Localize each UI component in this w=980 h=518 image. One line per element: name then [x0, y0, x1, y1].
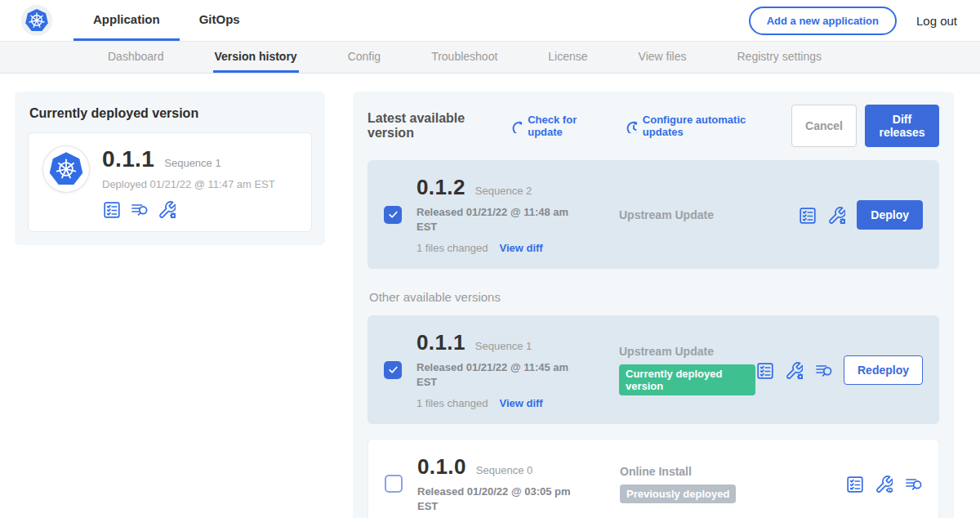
version-source: Online Install Previously deployed	[620, 465, 845, 503]
version-checkbox[interactable]	[384, 361, 402, 379]
logout-link[interactable]: Log out	[916, 14, 957, 28]
deployed-timestamp: Deployed 01/21/22 @ 11:47 am EST	[102, 178, 275, 190]
currently-deployed-badge: Currently deployed version	[619, 364, 755, 395]
tab-license[interactable]: License	[546, 42, 589, 73]
currently-deployed-card: 0.1.1 Sequence 1 Deployed 01/21/22 @ 11:…	[28, 132, 312, 232]
version-info: 0.1.2 Sequence 2 Released 01/21/22 @ 11:…	[416, 175, 578, 254]
source-label: Upstream Update	[619, 345, 755, 358]
deploy-button[interactable]: Deploy	[857, 200, 923, 230]
released-timestamp: Released 01/21/22 @ 11:48 am EST	[416, 205, 572, 234]
config-wrench-gear-icon[interactable]	[158, 200, 176, 218]
version-actions	[845, 475, 922, 493]
files-changed-label: 1 files changed	[416, 397, 488, 409]
app-sub-nav: Dashboard Version history Config Trouble…	[0, 41, 980, 74]
latest-available-title: Latest available version	[368, 111, 497, 141]
previously-deployed-badge: Previously deployed	[620, 485, 736, 503]
config-wrench-gear-icon[interactable]	[785, 361, 803, 379]
clock-refresh-icon	[624, 118, 637, 133]
add-application-button[interactable]: Add a new application	[749, 7, 897, 35]
deployed-version-number: 0.1.1	[102, 146, 154, 172]
app-icon	[43, 146, 89, 192]
view-diff-link[interactable]: View diff	[499, 242, 542, 254]
files-changed-label: 1 files changed	[416, 242, 488, 254]
checklist-icon[interactable]	[845, 475, 863, 493]
checklist-icon[interactable]	[798, 206, 816, 224]
version-actions: Redeploy	[755, 355, 923, 385]
version-number: 0.1.0	[417, 454, 466, 480]
tab-config[interactable]: Config	[346, 42, 382, 73]
source-label: Online Install	[620, 465, 845, 478]
version-source: Upstream Update	[619, 208, 798, 221]
kubernetes-logo-shape	[48, 151, 84, 187]
latest-available-header: Latest available version Check for updat…	[368, 105, 939, 147]
checkmark-icon	[388, 364, 399, 375]
sequence-label: Sequence 1	[475, 340, 532, 352]
configure-automatic-updates-link[interactable]: Configure automatic updates	[624, 114, 770, 138]
sequence-label: Sequence 2	[475, 185, 532, 197]
checklist-icon[interactable]	[102, 200, 120, 218]
diff-releases-button[interactable]: Diff releases	[865, 105, 939, 147]
view-diff-link[interactable]: View diff	[499, 397, 542, 409]
release-notes-search-icon[interactable]	[814, 361, 832, 379]
tab-registry-settings[interactable]: Registry settings	[735, 42, 822, 73]
version-checkbox[interactable]	[385, 475, 403, 493]
checklist-icon[interactable]	[755, 361, 773, 379]
tab-application[interactable]: Application	[74, 0, 180, 41]
version-number: 0.1.2	[416, 175, 466, 200]
cancel-button[interactable]: Cancel	[791, 105, 857, 147]
version-actions: Deploy	[798, 200, 923, 230]
release-notes-search-icon[interactable]	[904, 475, 922, 493]
tab-dashboard[interactable]: Dashboard	[106, 42, 166, 73]
released-timestamp: Released 01/20/22 @ 03:05 pm EST	[417, 485, 572, 513]
deployed-version-info: 0.1.1 Sequence 1 Deployed 01/21/22 @ 11:…	[102, 146, 275, 218]
top-nav-right: Add a new application Log out	[749, 0, 957, 41]
currently-deployed-title: Currently deployed version	[29, 106, 312, 121]
released-timestamp: Released 01/21/22 @ 11:45 am EST	[416, 360, 572, 389]
main-content: Currently deployed version 0.1.1 Sequenc…	[0, 74, 980, 518]
other-versions-title: Other available versions	[369, 290, 938, 304]
redeploy-button[interactable]: Redeploy	[844, 355, 923, 385]
config-wrench-eye-icon[interactable]	[875, 475, 893, 493]
tab-view-files[interactable]: View files	[637, 42, 688, 73]
version-row-0-1-1: 0.1.1 Sequence 1 Released 01/21/22 @ 11:…	[368, 315, 939, 424]
kubernetes-logo-shape	[24, 8, 49, 33]
checkmark-icon	[388, 209, 399, 220]
version-info: 0.1.0 Sequence 0 Released 01/20/22 @ 03:…	[417, 454, 579, 513]
sequence-label: Sequence 0	[476, 464, 532, 476]
check-for-update-link[interactable]: Check for update	[510, 114, 604, 138]
version-row-0-1-0: 0.1.0 Sequence 0 Released 01/20/22 @ 03:…	[368, 439, 939, 518]
tab-gitops[interactable]: GitOps	[180, 0, 260, 41]
version-info: 0.1.1 Sequence 1 Released 01/21/22 @ 11:…	[416, 330, 578, 409]
helm-wheel-icon	[55, 158, 78, 181]
version-row-0-1-2: 0.1.2 Sequence 2 Released 01/21/22 @ 11:…	[368, 160, 939, 269]
deployed-sequence-label: Sequence 1	[164, 157, 220, 169]
version-checkbox[interactable]	[384, 206, 402, 224]
currently-deployed-panel: Currently deployed version 0.1.1 Sequenc…	[15, 92, 325, 245]
tab-version-history[interactable]: Version history	[213, 42, 299, 73]
source-label: Upstream Update	[619, 208, 798, 221]
tab-troubleshoot[interactable]: Troubleshoot	[430, 42, 499, 73]
kubernetes-logo	[21, 5, 52, 36]
top-nav: Application GitOps Add a new application…	[0, 0, 980, 41]
refresh-icon	[510, 118, 523, 133]
release-notes-search-icon[interactable]	[130, 200, 148, 218]
version-history-panel: Latest available version Check for updat…	[353, 92, 954, 518]
helm-wheel-icon	[28, 11, 46, 29]
version-number: 0.1.1	[416, 330, 466, 355]
version-source: Upstream Update Currently deployed versi…	[619, 345, 755, 395]
config-wrench-gear-icon[interactable]	[827, 206, 845, 224]
